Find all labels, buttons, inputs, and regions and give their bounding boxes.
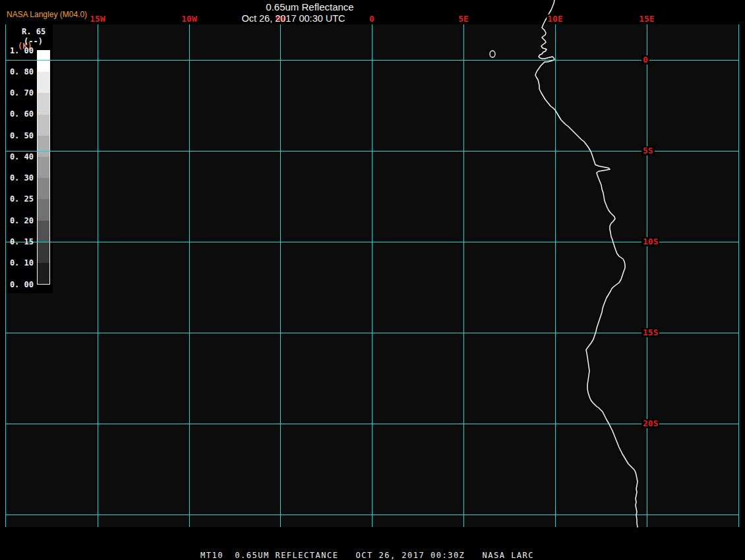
longitude-gridline: [98, 24, 98, 527]
longitude-gridline: [5, 24, 6, 527]
footer-caption: MT10 0.65UM REFLECTANCE OCT 26, 2017 00:…: [200, 551, 534, 560]
colorbar-segment: [38, 221, 49, 242]
colorbar-segment: [38, 136, 49, 157]
colorbar-segment: [38, 157, 49, 178]
latitude-label: 20S: [641, 419, 659, 428]
colorbar-segment: [38, 242, 49, 263]
colorbar-tick-label: 0. 30: [5, 173, 34, 182]
colorbar-tick-label: 0. 15: [5, 237, 34, 246]
colorbar-segment: [38, 51, 49, 72]
colorbar: [37, 50, 50, 285]
latitude-gridline: [5, 424, 739, 424]
latitude-gridline: [5, 151, 739, 152]
longitude-gridline: [280, 24, 281, 527]
longitude-label: 15E: [638, 14, 655, 24]
colorbar-segment: [38, 263, 49, 284]
longitude-gridline: [647, 24, 647, 527]
colorbar-tick-label: 1. 00: [5, 46, 34, 55]
longitude-gridline: [555, 24, 556, 527]
colorbar-subtitle: (--): [24, 37, 43, 46]
colorbar-tick-label: 0. 50: [5, 131, 34, 140]
longitude-label: 10E: [547, 14, 563, 24]
longitude-label: 0: [369, 14, 375, 24]
colorbar-segment: [38, 199, 49, 220]
latitude-gridline: [5, 515, 739, 515]
latitude-label: 0: [641, 55, 649, 65]
latitude-label: 15S: [641, 328, 659, 337]
colorbar-tick-label: 0. 25: [5, 194, 34, 204]
colorbar-segment: [38, 93, 49, 114]
colorbar-tick-label: 0. 10: [5, 258, 34, 267]
colorbar-title: R. 65: [22, 27, 45, 36]
latitude-label: 10S: [641, 237, 659, 246]
nasa-langley-brand-label: NASA Langley (M04.0): [7, 10, 87, 19]
colorbar-tick-label: 0. 70: [5, 88, 34, 98]
page-title: 0.65um Reflectance: [266, 1, 353, 13]
latitude-label: 5S: [641, 146, 655, 155]
colorbar-tick-label: 0. 20: [5, 216, 34, 225]
longitude-gridline: [372, 24, 372, 527]
latitude-gridline: [5, 333, 739, 333]
colorbar-tick-label: 0. 80: [5, 67, 34, 76]
longitude-label: 10W: [181, 14, 197, 24]
colorbar-tick-label: 0. 40: [5, 152, 34, 161]
latitude-gridline: [5, 242, 739, 242]
latitude-gridline: [5, 60, 739, 61]
longitude-gridline: [738, 24, 739, 527]
colorbar-segment: [38, 115, 49, 136]
colorbar-tick-label: 0. 60: [5, 109, 34, 119]
colorbar-tick-label: 0. 00: [5, 280, 34, 289]
longitude-label: 5E: [458, 14, 469, 24]
satellite-viewer-canvas: R. 65 (--) (K) 1. 000. 800. 700. 600. 50…: [0, 0, 745, 560]
timestamp-subtitle: Oct 26, 2017 00:30 UTC: [241, 13, 345, 24]
longitude-label: 15W: [89, 14, 105, 24]
longitude-gridline: [189, 24, 190, 527]
longitude-gridline: [463, 24, 464, 527]
colorbar-segment: [38, 178, 49, 199]
colorbar-segment: [38, 72, 49, 93]
